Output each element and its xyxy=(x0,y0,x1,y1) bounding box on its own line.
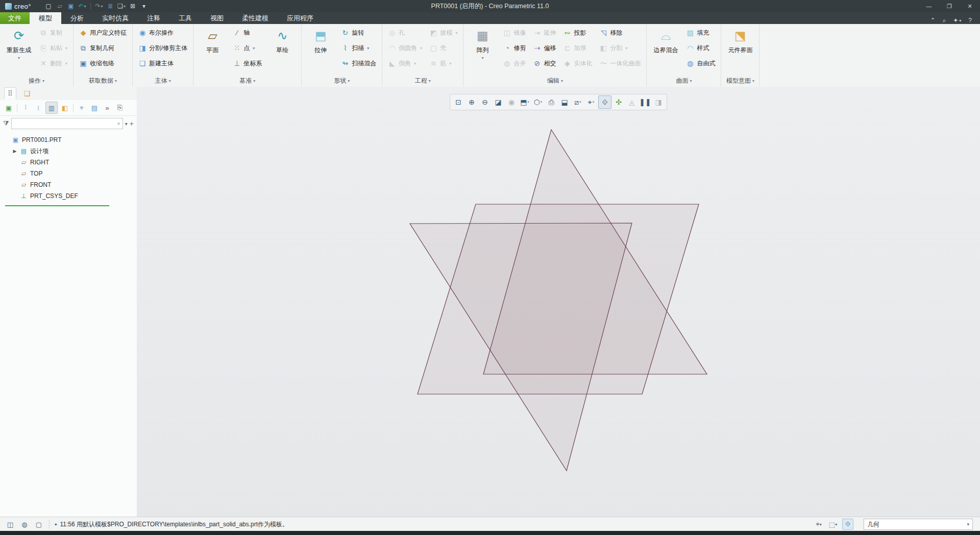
ribbon-button-边界混合[interactable]: ⌓边界混合 xyxy=(649,25,682,75)
ribbon-button-修剪[interactable]: ◔修剪 xyxy=(500,40,529,56)
saved-orientations-icon[interactable]: ⬡▾ xyxy=(532,96,544,108)
repaint-icon[interactable]: ◪ xyxy=(492,96,504,108)
select-preview-icon[interactable]: ⟐ xyxy=(842,519,853,530)
ribbon-group-label[interactable]: 获取数据▾ xyxy=(74,75,132,86)
dropdown-caret-icon[interactable]: ▾ xyxy=(527,100,529,104)
ribbon-button-收缩包络[interactable]: ▣收缩包络 xyxy=(76,56,130,71)
find-icon[interactable]: ⌖▾ xyxy=(814,519,824,529)
ribbon-button-相交[interactable]: ⊘相交 xyxy=(530,56,559,71)
spin-center-icon[interactable]: ✣ xyxy=(612,96,625,108)
model-player-icon[interactable]: ≣ xyxy=(105,1,115,11)
learning-icon[interactable]: ✦▾ xyxy=(953,17,961,24)
ribbon-button-阵列[interactable]: ▦阵列▾ xyxy=(466,25,499,75)
datum-display-icon[interactable]: ⌖▾ xyxy=(585,96,597,108)
overflow-icon[interactable]: » xyxy=(102,102,113,113)
insert-here-indicator[interactable] xyxy=(5,205,109,206)
dropdown-caret-icon[interactable]: ▾ xyxy=(481,56,483,60)
ribbon-button-新建主体[interactable]: ❏新建主体 xyxy=(135,56,190,71)
group-dropdown-icon[interactable]: ▾ xyxy=(690,79,692,83)
view-sections-icon[interactable]: ⧄▾ xyxy=(572,96,584,108)
tab-视图[interactable]: 视图 xyxy=(201,12,233,24)
tree-column-layout-icon[interactable]: ▤ xyxy=(89,102,100,113)
zoom-in-icon[interactable]: ⊕ xyxy=(465,96,478,108)
fullscreen-icon[interactable]: ▢ xyxy=(34,519,44,529)
pause-icon[interactable]: ❚❚ xyxy=(639,96,651,108)
learning-icon-caret[interactable]: ▾ xyxy=(959,18,961,23)
tab-注释[interactable]: 注释 xyxy=(138,12,169,24)
folder-browser-tab-icon[interactable]: ❏ xyxy=(21,88,33,99)
tab-柔性建模[interactable]: 柔性建模 xyxy=(233,12,278,24)
ribbon-group-label[interactable]: 操作▾ xyxy=(0,75,73,86)
ribbon-button-平面[interactable]: ▱平面 xyxy=(196,25,229,75)
zoom-out-icon[interactable]: ⊖ xyxy=(479,96,491,108)
ribbon-group-label[interactable]: 形状▾ xyxy=(302,75,382,86)
search-icon[interactable]: ⌕ xyxy=(943,17,946,24)
group-dropdown-icon[interactable]: ▾ xyxy=(169,79,171,83)
tree-item-PRT_CSYS_DEF[interactable]: ⊥PRT_CSYS_DEF xyxy=(0,190,137,202)
model-tree-tab-icon[interactable]: ⠿ xyxy=(4,87,16,100)
ribbon-button-拉伸[interactable]: ⬒拉伸 xyxy=(304,25,337,75)
view-images-icon[interactable]: ⎙ xyxy=(545,96,557,108)
ribbon-button-分割/修剪主体[interactable]: ◨分割/修剪主体 xyxy=(135,40,190,56)
tree-filter-input[interactable] xyxy=(14,119,117,128)
web-browser-icon[interactable]: ◍ xyxy=(19,519,30,529)
minimize-ribbon-icon[interactable]: ⌃ xyxy=(930,17,935,24)
dropdown-caret-icon[interactable]: ▾ xyxy=(541,100,543,104)
dropdown-caret-icon[interactable]: ▾ xyxy=(124,4,126,9)
find-icon-caret[interactable]: ▾ xyxy=(820,522,822,527)
ribbon-button-布尔操作[interactable]: ◉布尔操作 xyxy=(135,25,190,40)
customize-icon[interactable]: ▾ xyxy=(139,1,149,11)
group-dropdown-icon[interactable]: ▾ xyxy=(115,79,117,83)
tree-item-RIGHT[interactable]: ▱RIGHT xyxy=(0,157,137,168)
tree-filters-icon[interactable]: ⫧ xyxy=(76,102,87,113)
detach-tree-icon[interactable]: ⎘ xyxy=(114,102,126,113)
dropdown-caret-icon[interactable]: ▾ xyxy=(84,4,86,9)
box-select-icon[interactable]: ⬚▾ xyxy=(828,519,838,529)
tab-应用程序[interactable]: 应用程序 xyxy=(278,12,323,24)
undo-icon[interactable]: ↶▾ xyxy=(77,1,87,11)
dropdown-caret-icon[interactable]: ▾ xyxy=(593,100,595,104)
dropdown-caret-icon[interactable]: ▾ xyxy=(101,4,103,9)
perspective-icon[interactable]: ⬓ xyxy=(558,96,571,108)
restore-button[interactable]: ❐ xyxy=(939,0,960,12)
ribbon-button-扫描[interactable]: ⌇扫描▾ xyxy=(338,40,379,56)
ribbon-button-用户定义特征[interactable]: ◆用户定义特征 xyxy=(76,25,130,40)
filter-clear-icon[interactable]: × xyxy=(117,120,120,127)
filter-add-icon[interactable]: + xyxy=(130,119,134,128)
tree-columns-icon[interactable]: ▥ xyxy=(45,102,58,114)
tree-item-FRONT[interactable]: ▱FRONT xyxy=(0,179,137,190)
ribbon-button-复制几何[interactable]: ⧉复制几何 xyxy=(76,40,130,56)
close-window-icon[interactable]: ⊠ xyxy=(128,1,138,11)
tree-item-设计项[interactable]: ▶▤设计项 xyxy=(0,145,137,157)
tree-item-TOP[interactable]: ▱TOP xyxy=(0,168,137,179)
ribbon-button-填充[interactable]: ▨填充 xyxy=(683,25,718,40)
help-icon[interactable]: ? xyxy=(968,17,972,24)
ribbon-group-label[interactable]: 工程▾ xyxy=(382,75,463,86)
ribbon-button-草绘[interactable]: ∿草绘 xyxy=(266,25,299,75)
new-file-icon[interactable]: ▢ xyxy=(43,1,54,11)
close-button[interactable]: ✕ xyxy=(960,0,980,12)
dropdown-caret-icon[interactable]: ▾ xyxy=(367,46,369,51)
refit-icon[interactable]: ⊡ xyxy=(452,96,464,108)
ribbon-button-点[interactable]: ⁙点▾ xyxy=(230,40,265,56)
ribbon-button-轴[interactable]: ∕轴 xyxy=(230,25,265,40)
dropdown-caret-icon[interactable]: ▾ xyxy=(253,46,255,51)
dropdown-caret-icon[interactable]: ▾ xyxy=(579,100,581,104)
minimize-button[interactable]: — xyxy=(919,0,939,12)
windows-icon[interactable]: ❏▾ xyxy=(116,1,127,11)
box-select-icon-caret[interactable]: ▾ xyxy=(835,522,837,527)
ribbon-button-自由式[interactable]: ◍自由式 xyxy=(683,56,718,71)
display-style-icon[interactable]: ⬒▾ xyxy=(519,96,531,108)
navigator-toggle-icon[interactable]: ◫ xyxy=(5,519,15,529)
ribbon-button-样式[interactable]: ◠样式 xyxy=(683,40,718,56)
group-dropdown-icon[interactable]: ▾ xyxy=(429,79,431,83)
ribbon-button-坐标系[interactable]: ⊥坐标系 xyxy=(230,56,265,71)
group-dropdown-icon[interactable]: ▾ xyxy=(348,79,350,83)
save-icon[interactable]: ▣ xyxy=(66,1,76,11)
group-dropdown-icon[interactable]: ▾ xyxy=(752,79,754,83)
tab-模型[interactable]: 模型 xyxy=(30,12,61,24)
dropdown-caret-icon[interactable]: ▾ xyxy=(18,56,20,60)
ribbon-group-label[interactable]: 模型意图▾ xyxy=(721,75,759,86)
tree-expander-icon[interactable]: ▶ xyxy=(12,149,17,154)
tab-分析[interactable]: 分析 xyxy=(61,12,93,24)
